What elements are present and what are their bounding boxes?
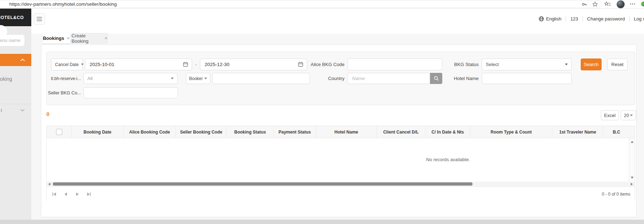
caret-down-icon	[81, 64, 84, 65]
vertical-scrollbar[interactable]	[629, 138, 635, 182]
column-header-booking-status[interactable]: Booking Status	[227, 126, 274, 138]
column-header-client-cancel[interactable]: Client Cancel D/L	[377, 126, 425, 138]
bookings-grid: Booking Date Alice Booking Code Seller B…	[46, 126, 635, 201]
date-to-input[interactable]	[200, 59, 307, 70]
pager-next-page-button[interactable]	[73, 190, 81, 198]
language-label: English	[546, 16, 561, 22]
sidebar: Booking t	[0, 26, 31, 224]
date-to-field	[200, 59, 307, 70]
page-size-value: 20	[624, 113, 629, 118]
country-search-button[interactable]	[430, 73, 442, 84]
booker-dropdown[interactable]: Booker	[186, 73, 210, 84]
scroll-left-icon[interactable]	[48, 183, 50, 186]
page-size-dropdown[interactable]: 20	[621, 110, 636, 120]
country-name-input[interactable]	[347, 73, 430, 84]
pager-last-page-button[interactable]	[85, 190, 93, 198]
divider	[629, 16, 630, 21]
last-page-icon	[86, 192, 91, 197]
tab-label: Bookings	[43, 36, 64, 41]
partner-code[interactable]: 123	[570, 16, 578, 22]
caret-down-icon	[204, 78, 207, 79]
column-header-seller-booking-code[interactable]: Seller Booking Code	[176, 126, 227, 138]
column-header-alice-booking-code[interactable]: Alice Booking Code	[124, 126, 176, 138]
excel-export-button[interactable]: Excel	[601, 110, 619, 120]
column-header-checkin-nts[interactable]: C/ In Date & Nts	[425, 126, 470, 138]
caret-down-icon	[565, 64, 568, 65]
divider	[583, 16, 583, 21]
tab-bookings[interactable]: Bookings ✕	[42, 33, 70, 43]
divider	[566, 16, 566, 21]
tab-close-icon[interactable]: ✕	[67, 36, 69, 40]
bkg-status-selected: Select	[486, 62, 499, 67]
booker-value-input[interactable]	[212, 73, 310, 84]
bkg-status-label: BKG Status	[445, 59, 479, 70]
reserve-type-selected: All	[87, 76, 92, 81]
select-all-cell	[47, 126, 72, 138]
menu-search-input[interactable]	[0, 35, 24, 46]
date-field-selected: Cancel Date	[55, 62, 79, 67]
app-window: https://dev-partners.ohmyhotel.com/selle…	[0, 0, 644, 224]
chevron-up-icon	[20, 59, 25, 61]
favorites-list-icon[interactable]	[604, 1, 611, 7]
password-key-icon[interactable]	[581, 1, 587, 7]
extension-icon[interactable]	[641, 1, 644, 6]
reserve-type-dropdown[interactable]: All	[83, 73, 178, 84]
pager-previous-page-button[interactable]	[62, 190, 70, 198]
header-scrollbar-spacer	[630, 126, 635, 138]
hamburger-icon	[37, 17, 42, 18]
date-field-dropdown[interactable]: Cancel Date	[51, 59, 83, 70]
window-bottom-edge	[0, 220, 644, 224]
column-header-booking-date[interactable]: Booking Date	[72, 126, 124, 138]
tab-close-icon[interactable]: ✕	[105, 36, 108, 40]
change-password-link[interactable]: Change password	[587, 16, 625, 22]
tab-label: Create Booking	[72, 33, 102, 44]
calendar-icon[interactable]	[183, 61, 188, 67]
column-header-room-type[interactable]: Room Type & Count	[470, 126, 552, 138]
logout-link[interactable]: Log out	[634, 16, 644, 22]
sidebar-group-label[interactable]: t	[1, 108, 2, 113]
favorite-star-icon[interactable]	[592, 1, 598, 7]
chevron-down-icon[interactable]	[20, 109, 25, 112]
sidebar-item-booking[interactable]: Booking	[0, 76, 31, 82]
seller-bkg-code-input[interactable]	[83, 87, 178, 98]
column-header-bc[interactable]: B.C	[603, 126, 630, 138]
seller-bkg-code-label: Seller BKG Co...	[46, 87, 81, 98]
date-from-input[interactable]	[85, 59, 192, 70]
grid-body: No records available.	[47, 138, 629, 182]
horizontal-scrollbar[interactable]	[47, 182, 635, 186]
date-from-field	[85, 59, 192, 70]
scroll-right-icon[interactable]	[631, 183, 633, 186]
browser-address-bar: https://dev-partners.ohmyhotel.com/selle…	[0, 0, 644, 9]
header-user-menu: English 123 Change password Log out	[539, 15, 644, 22]
alice-bkg-code-label: Alice BKG Code	[298, 59, 344, 70]
pager-info: 0 - 0 of 0 items	[602, 192, 630, 197]
caret-down-icon	[171, 78, 174, 79]
brand-logo[interactable]: HOTEL&CO	[0, 9, 31, 26]
sidebar-active-group[interactable]	[0, 54, 31, 66]
sidebar-item-label: Booking	[0, 76, 12, 82]
url-text[interactable]: https://dev-partners.ohmyhotel.com/selle…	[9, 1, 117, 7]
search-button[interactable]: Search	[581, 59, 602, 70]
browser-menu-icon[interactable]: ⋯	[630, 0, 635, 7]
scroll-down-icon[interactable]	[631, 177, 634, 179]
reserve-type-label: tl.bh-reserve-i...	[46, 73, 81, 84]
language-switcher[interactable]: English	[539, 16, 561, 22]
alice-bkg-code-input[interactable]	[347, 59, 442, 70]
sidebar-toggle-button[interactable]	[34, 14, 45, 24]
column-header-hotel-name[interactable]: Hotel Name	[316, 126, 377, 138]
date-range-separator: -	[193, 59, 199, 70]
column-header-traveler-name[interactable]: 1st Traveler Name	[552, 126, 603, 138]
horizontal-scrollbar-thumb[interactable]	[53, 182, 472, 186]
bkg-status-dropdown[interactable]: Select	[482, 59, 572, 70]
select-all-checkbox[interactable]	[56, 129, 62, 135]
pager-first-page-button[interactable]	[50, 190, 58, 198]
previous-page-icon	[63, 192, 68, 197]
tab-create-booking[interactable]: Create Booking ✕	[71, 33, 108, 43]
column-header-payment-status[interactable]: Payment Status	[274, 126, 316, 138]
scroll-up-icon[interactable]	[631, 141, 634, 143]
reset-button[interactable]: Reset	[607, 59, 627, 70]
globe-icon	[539, 16, 544, 22]
browser-profile-avatar[interactable]	[617, 0, 625, 8]
first-page-icon	[52, 192, 57, 197]
hotel-name-input[interactable]	[482, 73, 572, 84]
